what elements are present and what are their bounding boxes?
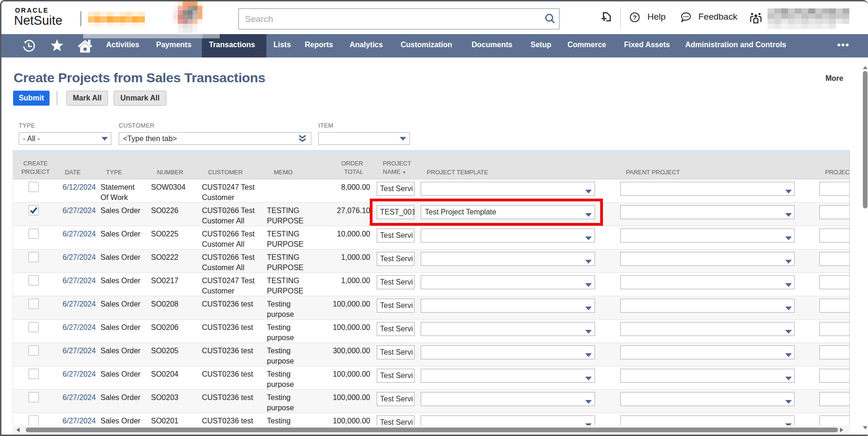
svg-text:?: ? [633,14,637,21]
